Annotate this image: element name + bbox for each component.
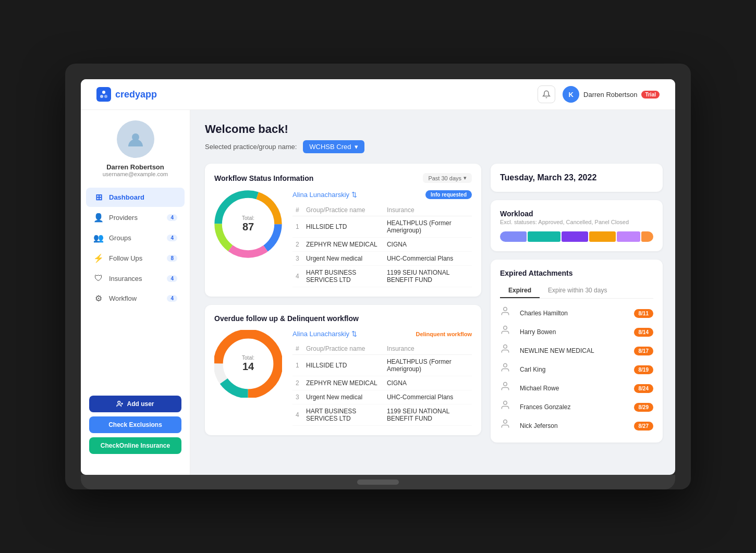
delinquent-card-title: Overdue follow up & Delinquent workflow <box>214 314 359 323</box>
user-avatar <box>117 120 154 158</box>
user-name: Darren Robertson <box>583 91 637 99</box>
list-item: Nick Jeferson 8/27 <box>500 419 653 433</box>
expired-card: Expired Attachments Expired Expire withi… <box>491 260 663 443</box>
delinquent-status-badge: Delinquent workflow <box>416 331 472 337</box>
expired-title: Expired Attachments <box>500 269 653 277</box>
list-item: NEWLINE NEW MEDICAL 8/17 <box>500 343 653 358</box>
svg-point-21 <box>504 401 507 405</box>
svg-point-0 <box>102 91 105 94</box>
person-icon <box>500 343 515 358</box>
logo-text: credyapp <box>115 89 157 100</box>
person-name: Charles Hamilton <box>520 310 629 317</box>
insurances-icon: 🛡 <box>93 274 104 283</box>
table-row: 4HART BUSINESS SERVICES LTD1199 SEIU NAT… <box>292 266 472 287</box>
practice-select[interactable]: WCHSB Cred ▾ <box>303 140 364 153</box>
workload-bar-segment <box>589 231 616 242</box>
expired-tab-expired[interactable]: Expired <box>500 284 540 298</box>
sidebar-item-label: Insurances <box>109 275 142 282</box>
period-badge[interactable]: Past 30 days ▾ <box>423 173 472 183</box>
followups-icon: ⚡ <box>93 253 104 263</box>
workflow-provider[interactable]: Alina Lunacharskiy ⇅ <box>292 191 357 199</box>
workload-bar-segment <box>617 231 640 242</box>
col-insurance: Insurance <box>384 343 472 355</box>
workload-subtitle: Excl. statuses: Approved, Cancelled, Pan… <box>500 219 653 225</box>
person-icon <box>500 400 515 414</box>
chevron-down-icon: ▾ <box>355 143 358 151</box>
sidebar-username: Darren Robertson <box>106 163 164 171</box>
check-online-insurance-button[interactable]: CheckOnline Insurance <box>89 437 181 454</box>
person-name: Carl King <box>520 366 629 373</box>
person-name: Nick Jeferson <box>520 422 629 429</box>
workload-title: Workload <box>500 210 653 218</box>
nav-right: K Darren Robertson Trial <box>538 85 660 103</box>
expired-tabs: Expired Expire within 30 days <box>500 284 653 299</box>
person-icon <box>500 306 515 321</box>
practice-row: Selected practice/group name: WCHSB Cred… <box>205 140 663 153</box>
expired-list: Charles Hamilton 8/11 Harry Bowen 8/14 N… <box>500 306 653 433</box>
person-name: Frances Gonzalez <box>520 403 629 411</box>
providers-icon: 👤 <box>93 213 104 223</box>
notification-bell[interactable] <box>538 85 555 103</box>
delinquent-provider[interactable]: Alina Lunacharskiy ⇅ <box>292 330 357 338</box>
svg-point-2 <box>104 95 107 98</box>
sort-icon: ⇅ <box>351 330 357 338</box>
sidebar-item-dashboard[interactable]: ⊞ Dashboard <box>86 188 185 207</box>
groups-icon: 👥 <box>93 233 104 243</box>
col-num: # <box>292 343 303 355</box>
person-icon <box>500 381 515 396</box>
sidebar-item-workflow[interactable]: ⚙ Workflow 4 <box>86 289 185 308</box>
table-row: 1HILLSIDE LTDHEALTHPLUS (Former Amerigro… <box>292 355 472 376</box>
table-row: 1HILLSIDE LTDHEALTHPLUS (Former Amerigro… <box>292 216 472 238</box>
person-icon <box>500 362 515 377</box>
person-icon <box>500 419 515 433</box>
svg-point-17 <box>504 326 507 330</box>
avatar: K <box>563 86 579 103</box>
sidebar-email: username@example.com <box>103 171 168 177</box>
col-group: Group/Practice name <box>303 343 384 355</box>
check-exclusions-button[interactable]: Check Exclusions <box>89 416 181 433</box>
expired-tab-30days[interactable]: Expire within 30 days <box>540 284 615 298</box>
sidebar-item-insurances[interactable]: 🛡 Insurances 4 <box>86 269 185 288</box>
workload-card: Workload Excl. statuses: Approved, Cance… <box>491 200 663 251</box>
table-row: 3Urgent New medicalUHC-Commercial Plans <box>292 390 472 404</box>
expiry-date-badge: 8/29 <box>634 403 653 412</box>
expiry-date-badge: 8/17 <box>634 347 653 355</box>
workload-bar <box>500 231 653 242</box>
expiry-date-badge: 8/24 <box>634 384 653 393</box>
sidebar-item-label: Groups <box>109 234 131 242</box>
sidebar-item-providers[interactable]: 👤 Providers 4 <box>86 208 185 227</box>
top-nav: credyapp K Darren Robertson Trial <box>81 79 675 110</box>
list-item: Harry Bowen 8/14 <box>500 325 653 339</box>
sidebar-item-followups[interactable]: ⚡ Follow Ups 8 <box>86 249 185 268</box>
trial-badge: Trial <box>641 91 660 99</box>
right-panel: Tuesday, March 23, 2022 Workload Excl. s… <box>491 164 663 443</box>
user-pill: K Darren Robertson Trial <box>563 86 660 103</box>
sidebar-item-label: Providers <box>109 214 138 222</box>
groups-badge: 4 <box>167 235 177 241</box>
svg-point-22 <box>504 420 507 424</box>
list-item: Charles Hamilton 8/11 <box>500 306 653 321</box>
add-user-button[interactable]: Add user <box>89 396 181 412</box>
sidebar-item-groups[interactable]: 👥 Groups 4 <box>86 228 185 248</box>
providers-badge: 4 <box>167 214 177 221</box>
practice-label: Selected practice/group name: <box>205 143 297 151</box>
person-name: Michael Rowe <box>520 385 629 392</box>
delinquent-table-wrap: Alina Lunacharskiy ⇅ Delinquent workflow <box>292 330 472 426</box>
sidebar-nav: ⊞ Dashboard 👤 Providers 4 👥 Groups 4 <box>81 188 190 309</box>
svg-point-1 <box>100 95 103 98</box>
expiry-date-badge: 8/11 <box>634 309 653 318</box>
workload-bar-segment <box>562 231 588 242</box>
table-row: 4HART BUSINESS SERVICES LTD1199 SEIU NAT… <box>292 404 472 426</box>
workflow-status-badge: Info requested <box>425 190 472 199</box>
delinquent-card: Overdue follow up & Delinquent workflow <box>205 305 481 435</box>
person-name: NEWLINE NEW MEDICAL <box>520 347 629 354</box>
expiry-date-badge: 8/19 <box>634 365 653 374</box>
sidebar-item-label: Follow Ups <box>109 254 142 262</box>
workflow-status-card: Workflow Status Information Past 30 days… <box>205 164 481 297</box>
expiry-date-badge: 8/14 <box>634 328 653 337</box>
table-row: 2ZEPHYR NEW MEDICALCIGNA <box>292 376 472 390</box>
sidebar-item-label: Workflow <box>109 294 137 302</box>
sort-icon: ⇅ <box>351 191 357 199</box>
list-item: Carl King 8/19 <box>500 362 653 377</box>
workflow-icon: ⚙ <box>93 293 104 303</box>
